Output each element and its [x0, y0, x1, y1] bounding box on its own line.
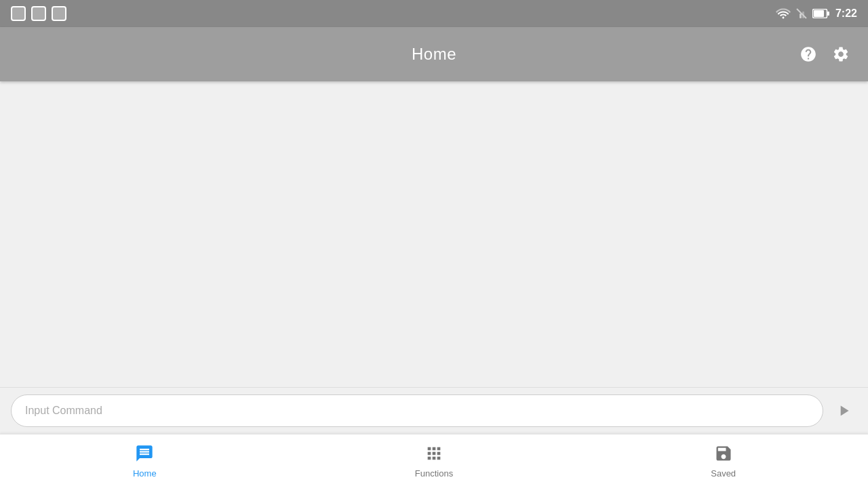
status-bar: 7:22 — [0, 0, 868, 27]
send-icon — [835, 402, 852, 420]
input-area — [0, 387, 868, 434]
nav-item-functions[interactable]: Functions — [290, 439, 579, 484]
svg-rect-1 — [800, 14, 802, 18]
status-time: 7:22 — [835, 7, 857, 20]
home-nav-label: Home — [133, 468, 157, 479]
help-icon — [800, 45, 817, 63]
functions-nav-label: Functions — [415, 468, 453, 479]
status-bar-left — [11, 6, 66, 21]
svg-rect-5 — [827, 12, 829, 16]
main-content — [0, 81, 868, 387]
wifi-icon — [776, 8, 791, 19]
status-square-2 — [31, 6, 46, 21]
page-title: Home — [412, 45, 456, 64]
settings-button[interactable] — [827, 41, 854, 68]
saved-nav-icon — [714, 444, 733, 466]
nav-item-saved[interactable]: Saved — [578, 439, 868, 484]
status-bar-right: 7:22 — [776, 7, 857, 20]
saved-nav-label: Saved — [711, 468, 736, 479]
svg-rect-4 — [814, 10, 824, 17]
home-nav-icon — [135, 444, 154, 466]
app-bar-actions — [795, 41, 854, 68]
status-square-1 — [11, 6, 26, 21]
signal-icon — [796, 8, 807, 19]
nav-item-home[interactable]: Home — [0, 439, 290, 484]
bottom-nav: Home Functions Saved — [0, 434, 868, 488]
help-button[interactable] — [795, 41, 822, 68]
functions-nav-icon — [425, 444, 443, 466]
command-input[interactable] — [11, 394, 823, 427]
app-bar: Home — [0, 27, 868, 81]
battery-icon — [812, 9, 830, 18]
svg-rect-2 — [802, 12, 804, 18]
status-square-3 — [52, 6, 66, 21]
gear-icon — [832, 45, 850, 63]
send-button[interactable] — [830, 397, 857, 424]
